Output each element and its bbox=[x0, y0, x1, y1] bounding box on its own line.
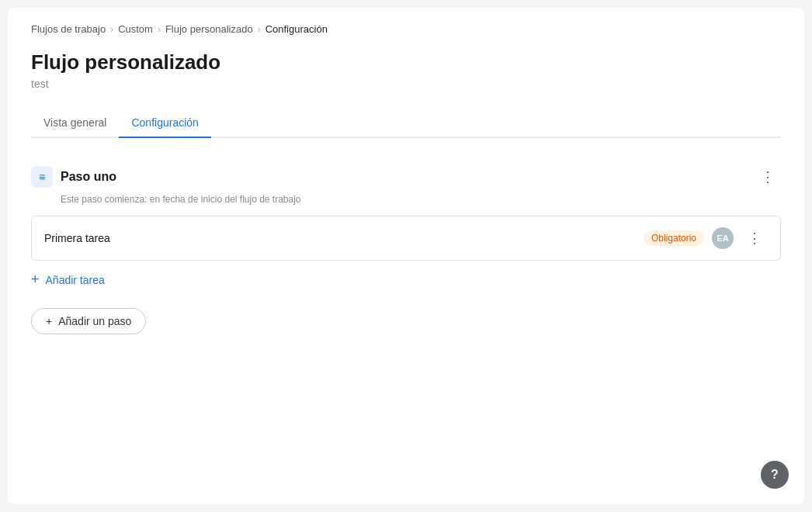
breadcrumb-item-flujos[interactable]: Flujos de trabajo bbox=[31, 23, 106, 35]
step-header-left: ≡ Paso uno bbox=[31, 166, 116, 188]
step-section: ≡ Paso uno ⋮ Este paso comienza: en fech… bbox=[31, 160, 781, 292]
step-icon: ≡ bbox=[31, 166, 53, 188]
breadcrumb-separator-3: › bbox=[258, 24, 261, 35]
page-title: Flujo personalizado bbox=[31, 50, 781, 74]
breadcrumb-item-custom[interactable]: Custom bbox=[118, 23, 153, 35]
task-more-icon: ⋮ bbox=[748, 231, 762, 245]
help-icon: ? bbox=[771, 468, 779, 482]
step-subtitle: Este paso comienza: en fecha de inicio d… bbox=[61, 194, 781, 205]
breadcrumb-item-configuracion: Configuración bbox=[265, 23, 328, 35]
help-button[interactable]: ? bbox=[761, 461, 789, 489]
breadcrumb-separator-2: › bbox=[158, 24, 161, 35]
task-row: Primera tarea Obligatorio EA ⋮ bbox=[31, 216, 781, 261]
step-header: ≡ Paso uno ⋮ bbox=[31, 160, 781, 191]
obligatorio-badge: Obligatorio bbox=[644, 230, 704, 246]
step-icon-symbol: ≡ bbox=[39, 171, 45, 183]
add-step-label: Añadir un paso bbox=[58, 315, 131, 327]
step-more-icon: ⋮ bbox=[761, 170, 775, 184]
add-step-button[interactable]: + Añadir un paso bbox=[31, 308, 146, 334]
add-step-plus-icon: + bbox=[46, 315, 52, 327]
page-subtitle: test bbox=[31, 78, 781, 90]
add-task-row[interactable]: + Añadir tarea bbox=[31, 267, 781, 292]
main-container: Flujos de trabajo › Custom › Flujo perso… bbox=[8, 8, 804, 504]
task-more-button[interactable]: ⋮ bbox=[741, 228, 768, 248]
breadcrumb: Flujos de trabajo › Custom › Flujo perso… bbox=[31, 23, 781, 35]
step-more-button[interactable]: ⋮ bbox=[755, 167, 781, 187]
breadcrumb-separator-1: › bbox=[110, 24, 113, 35]
tab-vista-general[interactable]: Vista general bbox=[31, 109, 119, 138]
avatar: EA bbox=[712, 227, 734, 249]
breadcrumb-item-flujo-personalizado[interactable]: Flujo personalizado bbox=[165, 23, 253, 35]
task-right: Obligatorio EA ⋮ bbox=[644, 227, 768, 249]
add-task-label: Añadir tarea bbox=[46, 274, 105, 286]
step-title: Paso uno bbox=[61, 170, 116, 184]
tabs-container: Vista general Configuración bbox=[31, 109, 781, 138]
task-name: Primera tarea bbox=[44, 232, 110, 244]
tab-configuracion[interactable]: Configuración bbox=[119, 109, 210, 138]
add-task-plus-icon: + bbox=[31, 272, 40, 288]
